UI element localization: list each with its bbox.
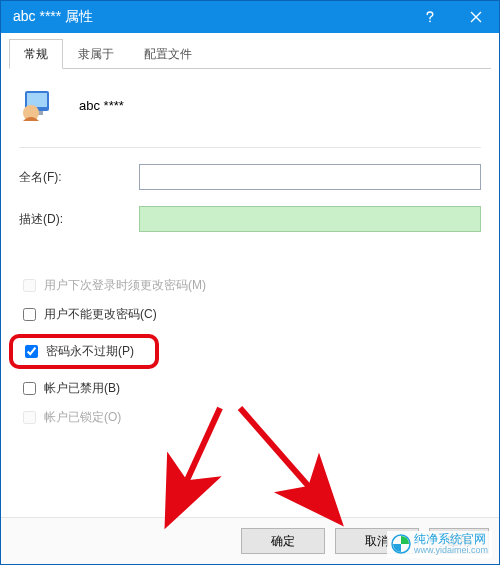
input-description[interactable] <box>139 206 481 232</box>
tab-memberof[interactable]: 隶属于 <box>63 39 129 69</box>
window-title: abc **** 属性 <box>13 8 407 26</box>
input-fullname[interactable] <box>139 164 481 190</box>
label-description: 描述(D): <box>19 211 139 228</box>
checkbox-label: 用户下次登录时须更改密码(M) <box>44 277 206 294</box>
checkbox-must-change-password: 用户下次登录时须更改密码(M) <box>19 276 481 295</box>
watermark-url: www.yidaimei.com <box>414 546 488 556</box>
label-fullname: 全名(F): <box>19 169 139 186</box>
checkbox-account-disabled[interactable]: 帐户已禁用(B) <box>19 379 481 398</box>
user-header: abc **** <box>19 85 481 125</box>
checkbox-label: 密码永不过期(P) <box>46 343 134 360</box>
checkbox-password-never-expires[interactable]: 密码永不过期(P) <box>21 342 134 361</box>
checkbox-label: 帐户已锁定(O) <box>44 409 121 426</box>
help-icon <box>423 10 437 24</box>
help-button[interactable] <box>407 1 453 33</box>
tab-profile[interactable]: 配置文件 <box>129 39 207 69</box>
checkbox-input-cannot-change[interactable] <box>23 308 36 321</box>
checkbox-input-locked <box>23 411 36 424</box>
ok-button[interactable]: 确定 <box>241 528 325 554</box>
close-icon <box>470 11 482 23</box>
svg-rect-2 <box>27 93 47 107</box>
divider <box>19 147 481 148</box>
watermark-logo-icon <box>391 534 411 554</box>
checkbox-input-disabled[interactable] <box>23 382 36 395</box>
checkbox-input-never-expires[interactable] <box>25 345 38 358</box>
checkbox-label: 用户不能更改密码(C) <box>44 306 157 323</box>
row-description: 描述(D): <box>19 206 481 232</box>
user-avatar-icon <box>19 85 59 125</box>
svg-point-0 <box>429 20 431 22</box>
properties-dialog: abc **** 属性 常规 隶属于 配置文件 <box>0 0 500 565</box>
checkbox-label: 帐户已禁用(B) <box>44 380 120 397</box>
row-fullname: 全名(F): <box>19 164 481 190</box>
user-display-name: abc **** <box>79 98 124 113</box>
titlebar: abc **** 属性 <box>1 1 499 33</box>
tab-content: abc **** 全名(F): 描述(D): 用户下次登录时须更改密码(M) 用… <box>1 69 499 517</box>
checkbox-cannot-change-password[interactable]: 用户不能更改密码(C) <box>19 305 481 324</box>
checkbox-account-locked: 帐户已锁定(O) <box>19 408 481 427</box>
checkbox-input-must-change <box>23 279 36 292</box>
watermark: 纯净系统官网 www.yidaimei.com <box>387 531 492 558</box>
highlight-password-never-expires: 密码永不过期(P) <box>9 334 159 369</box>
tab-general[interactable]: 常规 <box>9 39 63 69</box>
close-button[interactable] <box>453 1 499 33</box>
tab-bar: 常规 隶属于 配置文件 <box>9 39 491 69</box>
